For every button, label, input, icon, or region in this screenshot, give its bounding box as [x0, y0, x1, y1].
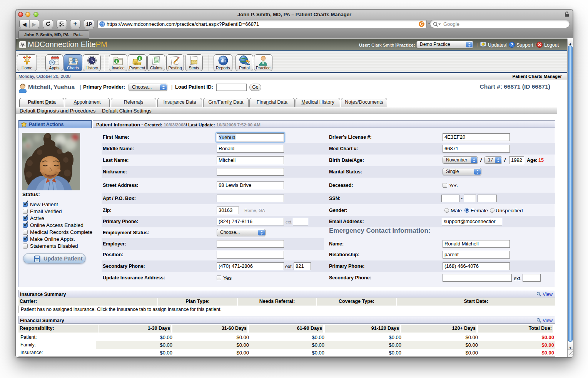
svg-text:$: $: [115, 60, 117, 64]
svg-text:?: ?: [511, 42, 513, 47]
svg-text:!: !: [483, 43, 483, 45]
svg-text:$: $: [139, 57, 140, 60]
